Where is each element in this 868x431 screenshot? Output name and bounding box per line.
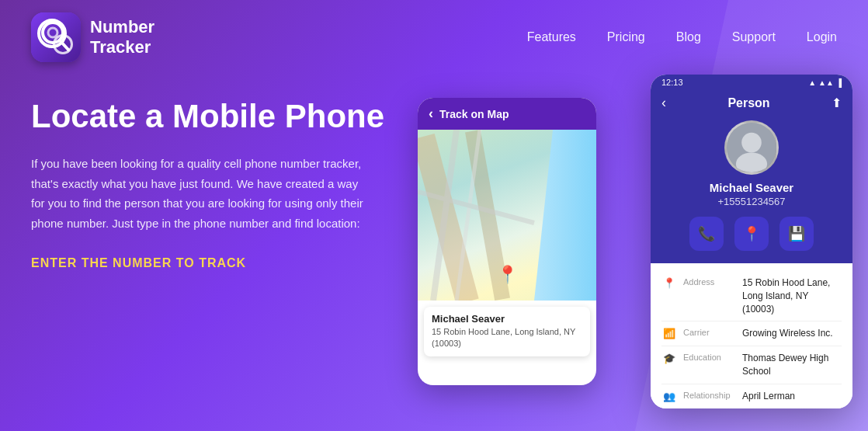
relationship-value: April Lerman [742, 390, 842, 403]
svg-line-4 [433, 130, 457, 301]
relationship-icon: 👥 [661, 391, 677, 402]
phone-map-mockup: ‹ Track on Map 📍 Michael Seaver 15 Robin… [418, 98, 596, 385]
carrier-icon: 📶 [661, 328, 677, 339]
education-value: Thomas Dewey High School [742, 352, 842, 378]
address-icon: 📍 [661, 277, 677, 289]
person-phone-number: +15551234567 [717, 196, 785, 207]
logo: Number Tracker [31, 12, 155, 62]
hero-description: If you have been looking for a quality c… [31, 154, 365, 233]
hero-text-block: Locate a Mobile Phone If you have been l… [31, 82, 388, 431]
share-icon[interactable]: ⬆ [832, 96, 842, 110]
avatar-image [727, 120, 776, 175]
nav-pricing[interactable]: Pricing [607, 30, 645, 44]
wifi-icon: ▲ [808, 78, 816, 87]
person-name: Michael Seaver [710, 181, 793, 194]
status-icons: ▲ ▲▲ ▐ [808, 78, 842, 87]
svg-point-8 [741, 133, 762, 153]
status-time: 12:13 [661, 78, 683, 87]
hero-section: Locate a Mobile Phone If you have been l… [0, 75, 868, 431]
person-back-button[interactable]: ‹ [661, 95, 666, 111]
header: Number Tracker Features Pricing Blog Sup… [0, 0, 868, 75]
svg-line-5 [457, 130, 480, 301]
svg-rect-0 [31, 12, 81, 62]
education-icon: 🎓 [661, 353, 677, 364]
phone-person-mockup: 12:13 ▲ ▲▲ ▐ ‹ Person ⬆ [651, 75, 852, 408]
person-details: 📍 Address 15 Robin Hood Lane, Long Islan… [651, 263, 852, 408]
person-header-title: Person [727, 96, 769, 110]
location-button[interactable]: 📍 [734, 217, 769, 251]
map-info-name: Michael Seaver [432, 313, 582, 325]
map-header-title: Track on Map [439, 108, 509, 120]
address-value: 15 Robin Hood Lane, Long Island, NY (100… [742, 276, 842, 315]
education-label: Education [683, 353, 736, 362]
address-label: Address [683, 277, 736, 287]
hero-cta-label: ENTER THE NUMBER TO TRACK [31, 256, 388, 270]
detail-address-row: 📍 Address 15 Robin Hood Lane, Long Islan… [661, 271, 842, 322]
map-back-button[interactable]: ‹ [429, 106, 433, 122]
save-button[interactable]: 💾 [779, 217, 814, 251]
nav-login[interactable]: Login [807, 30, 837, 44]
main-nav: Features Pricing Blog Support Login [527, 30, 837, 44]
logo-svg [31, 12, 81, 62]
signal-icon: ▲▲ [818, 78, 834, 87]
logo-text: Number Tracker [90, 17, 155, 58]
person-profile: Michael Seaver +15551234567 📞 📍 💾 [651, 120, 852, 263]
person-action-buttons: 📞 📍 💾 [689, 217, 814, 251]
nav-features[interactable]: Features [527, 30, 576, 44]
svg-point-9 [736, 152, 767, 175]
map-info-card: Michael Seaver 15 Robin Hood Lane, Long … [424, 307, 590, 356]
map-view: 📍 [418, 130, 596, 301]
relationship-label: Relationship [683, 391, 736, 400]
person-header: ‹ Person ⬆ [651, 90, 852, 120]
avatar [724, 120, 779, 175]
detail-carrier-row: 📶 Carrier Growing Wireless Inc. [661, 322, 842, 346]
svg-line-3 [60, 40, 68, 50]
detail-education-row: 🎓 Education Thomas Dewey High School [661, 346, 842, 384]
logo-line2: Tracker [90, 37, 155, 57]
detail-relationship-row: 👥 Relationship April Lerman [661, 384, 842, 408]
svg-point-2 [48, 28, 57, 37]
nav-support[interactable]: Support [732, 30, 776, 44]
logo-icon [31, 12, 81, 62]
phone-map-header: ‹ Track on Map [418, 98, 596, 130]
map-info-address: 15 Robin Hood Lane, Long Island, NY (100… [432, 326, 582, 350]
phone-status-bar: 12:13 ▲ ▲▲ ▐ [651, 75, 852, 90]
logo-line1: Number [90, 17, 155, 37]
hero-title: Locate a Mobile Phone [31, 98, 388, 135]
map-pin-icon: 📍 [497, 265, 518, 285]
phones-area: ‹ Track on Map 📍 Michael Seaver 15 Robin… [418, 75, 852, 431]
svg-point-1 [43, 23, 63, 43]
svg-line-6 [418, 192, 534, 223]
nav-blog[interactable]: Blog [676, 30, 701, 44]
battery-icon: ▐ [836, 78, 842, 87]
call-button[interactable]: 📞 [689, 217, 724, 251]
carrier-value: Growing Wireless Inc. [742, 327, 842, 340]
carrier-label: Carrier [683, 328, 736, 337]
